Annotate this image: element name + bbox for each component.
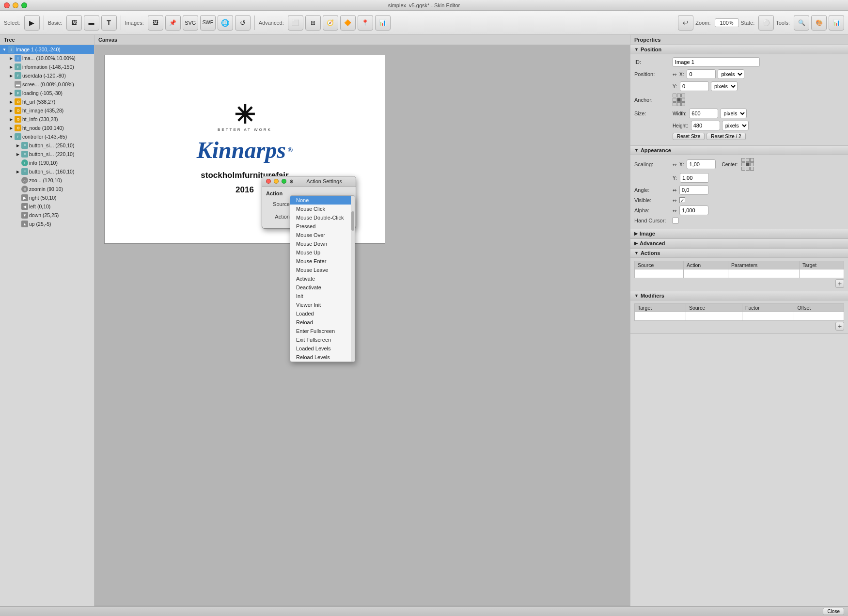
- dropdown-item-0[interactable]: None: [290, 196, 355, 205]
- state-toggle[interactable]: ⚪: [758, 15, 774, 31]
- dropdown-item-5[interactable]: Mouse Down: [290, 239, 355, 248]
- position-section-header[interactable]: ▼ Position: [630, 45, 848, 54]
- anchor-bc[interactable]: [677, 102, 681, 106]
- tools-btn1[interactable]: 🔍: [794, 15, 809, 31]
- images-btn1[interactable]: 🖼: [148, 15, 163, 31]
- modifiers-section-header[interactable]: ▼ Modifiers: [630, 291, 848, 300]
- center-tc[interactable]: [746, 158, 750, 162]
- basic-text-button[interactable]: T: [101, 15, 117, 31]
- anchor-mc[interactable]: [677, 98, 681, 102]
- anchor-tr[interactable]: [681, 94, 685, 97]
- tree-item-8[interactable]: ▶⚙ht_info (330,28): [0, 115, 94, 124]
- images-btn4[interactable]: SWF: [200, 15, 216, 31]
- anchor-ml[interactable]: [673, 98, 676, 102]
- dropdown-item-14[interactable]: Reload: [290, 318, 355, 327]
- anchor-grid[interactable]: [673, 94, 685, 106]
- advanced-btn4[interactable]: 🔶: [340, 15, 356, 31]
- tree-item-17[interactable]: ▶right (50,10): [0, 193, 94, 202]
- reset-size-button[interactable]: Reset Size: [673, 133, 705, 140]
- hand-cursor-checkbox[interactable]: [673, 218, 678, 223]
- tree-item-20[interactable]: ▲up (25,-5): [0, 220, 94, 228]
- dropdown-item-4[interactable]: Mouse Over: [290, 231, 355, 239]
- visible-checkbox[interactable]: ✓: [679, 197, 685, 203]
- advanced-btn2[interactable]: ⊞: [305, 15, 321, 31]
- tree-item-13[interactable]: iinfo (190,10): [0, 158, 94, 167]
- alpha-input[interactable]: [679, 205, 708, 215]
- dropdown-item-16[interactable]: Exit Fullscreen: [290, 335, 355, 344]
- tree-item-16[interactable]: ⊕zoomin (90,10): [0, 185, 94, 193]
- advanced-btn6[interactable]: 📊: [375, 15, 391, 31]
- tree-item-6[interactable]: ▶⚙ht_url (538,27): [0, 97, 94, 106]
- images-btn6[interactable]: ↺: [235, 15, 251, 31]
- actions-section-header[interactable]: ▼ Actions: [630, 249, 848, 258]
- images-btn2[interactable]: 📌: [165, 15, 181, 31]
- anchor-tl[interactable]: [673, 94, 676, 97]
- select-tool-button[interactable]: ▶: [24, 15, 40, 31]
- advanced-btn3[interactable]: 🧭: [323, 15, 338, 31]
- height-unit[interactable]: pixels: [722, 121, 749, 130]
- dropdown-item-10[interactable]: Deactivate: [290, 283, 355, 292]
- dropdown-item-11[interactable]: Init: [290, 292, 355, 300]
- anchor-mr[interactable]: [681, 98, 685, 102]
- image-section-header[interactable]: ▶ Image: [630, 229, 848, 238]
- width-unit[interactable]: pixels: [720, 109, 747, 118]
- undo-button[interactable]: ↩: [678, 15, 693, 31]
- dropdown-item-7[interactable]: Mouse Enter: [290, 257, 355, 266]
- tree-item-2[interactable]: ▶Finformation (-148,-150): [0, 63, 94, 71]
- basic-image-button[interactable]: 🖼: [66, 15, 82, 31]
- basic-rect-button[interactable]: ▬: [84, 15, 99, 31]
- dropdown-item-6[interactable]: Mouse Up: [290, 248, 355, 257]
- scale-x-input[interactable]: [687, 159, 716, 169]
- tree-item-1[interactable]: ▶Iima... (10.00%,10.00%): [0, 54, 94, 63]
- reset-size-half-button[interactable]: Reset Size / 2: [707, 133, 745, 140]
- dialog-close-button[interactable]: [266, 179, 271, 184]
- dropdown-item-1[interactable]: Mouse Click: [290, 205, 355, 213]
- canvas-content[interactable]: ✳ BETTER AT WORK Kinnarps® stockholmfurn…: [94, 45, 630, 605]
- tree-item-7[interactable]: ▶⚙ht_image (435,28): [0, 106, 94, 115]
- center-tl[interactable]: [741, 158, 745, 162]
- advanced-btn1[interactable]: ⬜: [288, 15, 303, 31]
- center-mr[interactable]: [750, 162, 754, 166]
- tree-item-9[interactable]: ▶⚙ht_node (100,140): [0, 124, 94, 132]
- tools-btn2[interactable]: 🎨: [811, 15, 827, 31]
- center-mc[interactable]: [746, 162, 750, 166]
- advanced-section-header[interactable]: ▶ Advanced: [630, 239, 848, 248]
- dropdown-item-17[interactable]: Loaded Levels: [290, 344, 355, 353]
- x-unit-select[interactable]: pixels: [718, 69, 744, 79]
- advanced-btn5[interactable]: 📍: [358, 15, 373, 31]
- y-input[interactable]: [680, 81, 709, 91]
- dropdown-item-15[interactable]: Enter Fullscreen: [290, 327, 355, 335]
- x-input[interactable]: [687, 69, 716, 79]
- tree-item-18[interactable]: ◀left (0,10): [0, 202, 94, 211]
- center-ml[interactable]: [741, 162, 745, 166]
- y-unit-select[interactable]: pixels: [711, 81, 738, 91]
- dropdown-item-2[interactable]: Mouse Double-Click: [290, 213, 355, 222]
- add-modifier-button[interactable]: +: [835, 322, 844, 331]
- appearance-section-header[interactable]: ▼ Appearance: [630, 146, 848, 155]
- anchor-br[interactable]: [681, 102, 685, 106]
- zoom-value[interactable]: 100%: [715, 18, 739, 27]
- scale-y-input[interactable]: [680, 173, 709, 183]
- dialog-max-button[interactable]: [282, 179, 286, 184]
- dropdown-item-3[interactable]: Pressed: [290, 222, 355, 231]
- id-input[interactable]: [673, 57, 760, 67]
- tree-item-12[interactable]: ▶Fbutton_si... (220,10): [0, 150, 94, 158]
- width-input[interactable]: [689, 109, 718, 118]
- center-tr[interactable]: [750, 158, 754, 162]
- images-btn5[interactable]: 🌐: [218, 15, 233, 31]
- dropdown-scrollbar[interactable]: [351, 196, 355, 362]
- tree-item-15[interactable]: ○○zoo... (120,10): [0, 176, 94, 185]
- add-action-button[interactable]: +: [835, 279, 844, 288]
- height-input[interactable]: [691, 121, 720, 130]
- center-bc[interactable]: [746, 167, 750, 171]
- tree-item-0[interactable]: ▼IImage 1 (-300,-240): [0, 45, 94, 54]
- tree-item-11[interactable]: ▶Fbutton_si... (250,10): [0, 141, 94, 150]
- angle-input[interactable]: [679, 185, 708, 195]
- center-br[interactable]: [750, 167, 754, 171]
- close-button-statusbar[interactable]: Close: [823, 608, 844, 615]
- maximize-button[interactable]: [21, 2, 27, 8]
- images-btn3[interactable]: SVG: [183, 15, 198, 31]
- dropdown-item-13[interactable]: Loaded: [290, 309, 355, 318]
- tools-btn3[interactable]: 📊: [829, 15, 844, 31]
- anchor-tc[interactable]: [677, 94, 681, 97]
